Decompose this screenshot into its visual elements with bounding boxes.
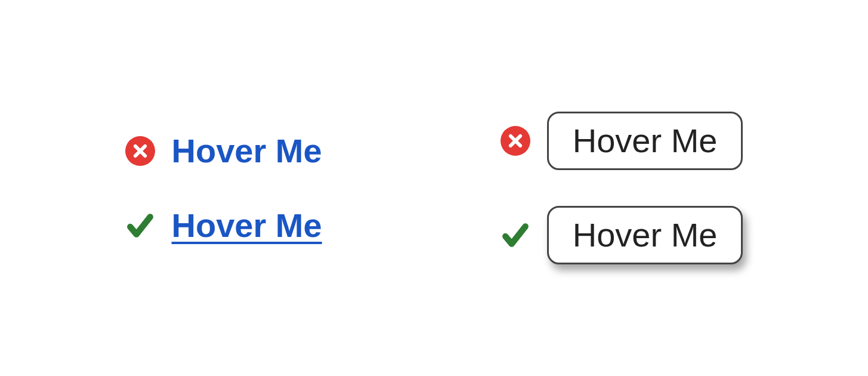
button-bad-example-row: Hover Me	[501, 112, 743, 170]
x-icon	[501, 126, 530, 156]
hover-button-shadow[interactable]: Hover Me	[547, 206, 743, 264]
link-good-example-row: Hover Me	[125, 206, 322, 245]
buttons-column: Hover Me Hover Me	[501, 112, 743, 264]
hover-button-plain[interactable]: Hover Me	[547, 112, 743, 170]
hover-link-underlined[interactable]: Hover Me	[172, 206, 322, 245]
button-good-example-row: Hover Me	[501, 206, 743, 264]
check-icon	[125, 211, 155, 241]
check-icon	[501, 220, 530, 250]
links-column: Hover Me Hover Me	[125, 131, 322, 245]
link-bad-example-row: Hover Me	[125, 131, 322, 170]
hover-link-plain[interactable]: Hover Me	[172, 131, 322, 170]
x-icon	[125, 136, 155, 166]
